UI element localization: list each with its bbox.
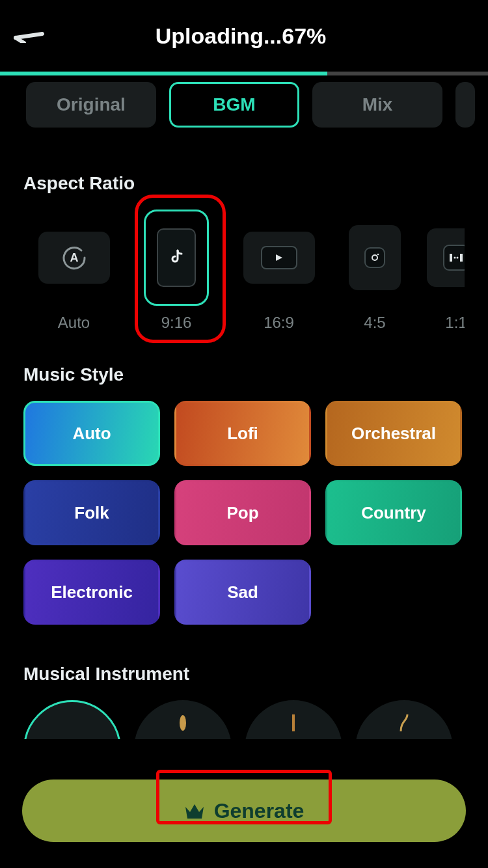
auto-icon: A (59, 242, 90, 273)
ratio-16-9-label: 16:9 (264, 314, 294, 332)
aspect-ratio-title: Aspect Ratio (23, 173, 465, 194)
svg-text:A: A (70, 251, 78, 264)
instrument-icon (177, 713, 189, 733)
upload-progress (0, 72, 488, 75)
instrument-item-3[interactable] (245, 700, 342, 739)
generate-label: Generate (214, 799, 305, 823)
ratio-1-1-label: 1:1 (445, 314, 465, 332)
style-country[interactable]: Country (325, 480, 462, 545)
instrument-title: Musical Instrument (23, 664, 465, 685)
style-pop[interactable]: Pop (174, 480, 311, 545)
square-ratio-icon (449, 253, 463, 262)
ratio-16-9[interactable]: 16:9 (228, 210, 329, 332)
generate-button[interactable]: Generate (22, 780, 466, 842)
svg-rect-3 (450, 254, 452, 262)
tab-original[interactable]: Original (26, 82, 156, 128)
instrument-section: Musical Instrument (0, 625, 488, 739)
instrument-item-2[interactable] (134, 700, 232, 739)
style-sad[interactable]: Sad (174, 560, 311, 625)
ratio-4-5-label: 4:5 (364, 314, 385, 332)
ratio-auto[interactable]: A Auto (23, 210, 124, 332)
instrument-icon (289, 713, 298, 733)
svg-point-2 (377, 254, 379, 256)
style-country-label: Country (361, 503, 426, 523)
tiktok-icon (169, 249, 183, 266)
tab-bgm[interactable]: BGM (169, 82, 299, 128)
ratio-auto-label: Auto (58, 314, 90, 332)
aspect-ratio-row: A Auto 9:16 (23, 210, 465, 332)
instrument-item-4[interactable] (355, 700, 453, 739)
aspect-ratio-section: Aspect Ratio A Auto (0, 134, 488, 332)
tab-mix[interactable]: Mix (312, 82, 442, 128)
page-title: Uploading...67% (13, 23, 468, 49)
music-style-grid: Auto Lofi Orchestral Folk Pop Country El… (23, 401, 465, 625)
style-lofi-label: Lofi (227, 424, 258, 444)
header: Uploading...67% (0, 0, 488, 72)
instagram-icon (370, 252, 380, 263)
style-lofi[interactable]: Lofi (174, 401, 311, 466)
style-pop-label: Pop (226, 503, 258, 523)
crown-icon (184, 802, 205, 820)
ratio-4-5[interactable]: 4:5 (336, 210, 414, 332)
style-folk-label: Folk (74, 503, 109, 523)
mode-tabs: Original BGM Mix (0, 75, 488, 134)
svg-rect-8 (292, 714, 295, 731)
ratio-1-1[interactable]: 1:1 (420, 210, 465, 332)
svg-point-4 (454, 257, 456, 259)
svg-point-1 (372, 255, 377, 260)
style-auto[interactable]: Auto (23, 401, 160, 466)
instrument-row (23, 700, 465, 739)
style-sad-label: Sad (227, 582, 258, 603)
tab-more[interactable] (455, 82, 475, 128)
style-electronic[interactable]: Electronic (23, 560, 160, 625)
ratio-9-16[interactable]: 9:16 (131, 210, 222, 332)
style-orchestral-label: Orchestral (351, 424, 436, 444)
style-folk[interactable]: Folk (23, 480, 160, 545)
style-orchestral[interactable]: Orchestral (325, 401, 462, 466)
instrument-icon (398, 713, 410, 733)
style-electronic-label: Electronic (51, 582, 133, 603)
svg-point-5 (457, 257, 459, 259)
ratio-9-16-label: 9:16 (161, 314, 192, 332)
music-style-title: Music Style (23, 364, 465, 385)
style-auto-label: Auto (72, 424, 111, 444)
instrument-item-1[interactable] (23, 700, 121, 739)
upload-progress-fill (0, 72, 327, 75)
youtube-icon (273, 253, 285, 262)
svg-point-7 (180, 715, 186, 731)
music-style-section: Music Style Auto Lofi Orchestral Folk Po… (0, 332, 488, 625)
svg-rect-6 (460, 254, 463, 262)
